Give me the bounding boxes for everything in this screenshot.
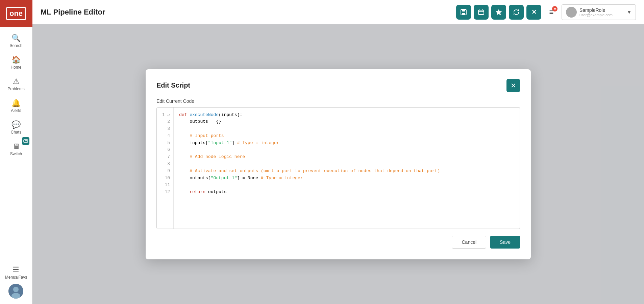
svg-rect-7 — [462, 9, 465, 11]
header-actions: ✕ ≡ SampleRole user@example.com ▼ — [456, 4, 636, 20]
notification-badge — [552, 6, 558, 11]
save-button[interactable]: Save — [490, 236, 520, 249]
sidebar-item-chats[interactable]: 💬 Chats — [0, 117, 32, 139]
code-editor[interactable]: 1 ↵ 2 3 4 5 6 7 8 9 10 11 12 def execute… — [156, 107, 520, 229]
modal-footer: Cancel Save — [156, 236, 520, 249]
sidebar-item-problems[interactable]: ⚠ Problems — [0, 74, 32, 95]
switch-badge — [22, 137, 29, 145]
menu-icon: ☰ — [13, 266, 19, 274]
modal-close-button[interactable]: ✕ — [506, 79, 520, 92]
chevron-down-icon: ▼ — [627, 9, 631, 15]
header: ML Pipeline Editor ✕ ≡ — [32, 0, 644, 24]
open-file-button[interactable] — [474, 5, 489, 20]
user-avatar[interactable] — [8, 284, 23, 299]
sidebar-item-label-alerts: Alerts — [11, 108, 21, 113]
modal-title: Edit Script — [156, 81, 190, 89]
sidebar-item-label-menus: Menus/Favs — [5, 275, 27, 280]
line-numbers: 1 ↵ 2 3 4 5 6 7 8 9 10 11 12 — [157, 108, 174, 229]
role-info: SampleRole user@example.com — [579, 7, 624, 17]
app-logo[interactable]: one — [0, 0, 32, 27]
search-icon: 🔍 — [11, 34, 21, 42]
content-area: Edit Script ✕ Edit Current Code 1 ↵ 2 3 … — [32, 24, 644, 304]
svg-rect-8 — [462, 13, 465, 15]
sidebar-item-label-problems: Problems — [7, 87, 25, 91]
chat-icon: 💬 — [11, 121, 21, 128]
modal-header: Edit Script ✕ — [156, 79, 520, 92]
sidebar-item-label-search: Search — [9, 43, 22, 48]
role-name: SampleRole — [579, 7, 624, 13]
svg-point-4 — [13, 287, 19, 292]
role-avatar — [566, 7, 577, 18]
sidebar-item-home[interactable]: 🏠 Home — [0, 52, 32, 74]
sidebar-item-alerts[interactable]: 🔔 Alerts — [0, 95, 32, 117]
modal-close-icon: ✕ — [511, 81, 516, 90]
logo-text: one — [6, 7, 26, 20]
favorite-button[interactable] — [491, 5, 506, 20]
sidebar-nav: 🔍 Search 🏠 Home ⚠ Problems 🔔 Alerts 💬 Ch… — [0, 27, 32, 262]
sidebar-item-menus[interactable]: ☰ Menus/Favs — [5, 262, 27, 284]
refresh-button[interactable] — [509, 5, 524, 20]
bell-icon: 🔔 — [11, 99, 21, 107]
close-editor-button[interactable]: ✕ — [526, 5, 541, 20]
header-menu-button[interactable]: ≡ — [544, 5, 559, 20]
page-title: ML Pipeline Editor — [41, 8, 456, 17]
edit-script-modal: Edit Script ✕ Edit Current Code 1 ↵ 2 3 … — [146, 69, 531, 259]
switch-icon: 🖥 — [13, 143, 20, 150]
sidebar-bottom: ☰ Menus/Favs — [5, 262, 27, 304]
close-icon: ✕ — [531, 8, 537, 16]
sidebar: one 🔍 Search 🏠 Home ⚠ Problems 🔔 Alerts … — [0, 0, 32, 304]
sidebar-item-search[interactable]: 🔍 Search — [0, 30, 32, 52]
cancel-button[interactable]: Cancel — [452, 236, 486, 249]
home-icon: 🏠 — [11, 56, 21, 64]
sidebar-item-label-chats: Chats — [11, 130, 21, 135]
modal-section-label: Edit Current Code — [156, 98, 520, 104]
role-dropdown[interactable]: SampleRole user@example.com ▼ — [562, 4, 636, 20]
warning-icon: ⚠ — [13, 78, 20, 85]
main-area: ML Pipeline Editor ✕ ≡ — [32, 0, 644, 304]
svg-rect-9 — [478, 10, 484, 15]
code-textarea[interactable]: def executeNode(inputs): outputs = {} # … — [174, 108, 520, 229]
save-file-button[interactable] — [456, 5, 471, 20]
sidebar-item-label-home: Home — [10, 65, 21, 70]
role-sub: user@example.com — [579, 13, 624, 17]
sidebar-item-switch[interactable]: 🖥 Switch — [0, 139, 32, 160]
sidebar-item-label-switch: Switch — [10, 151, 22, 156]
svg-marker-10 — [496, 9, 502, 15]
